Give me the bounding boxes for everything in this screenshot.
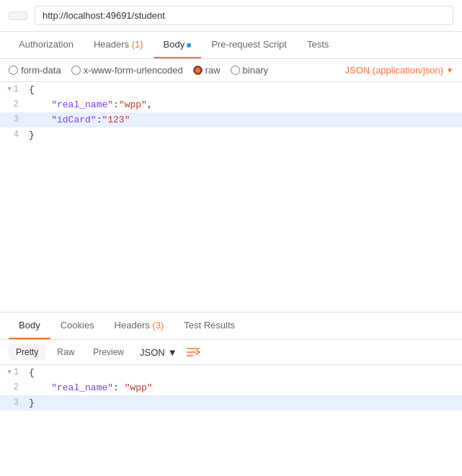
body-type-radio-form-data[interactable] — [9, 66, 18, 75]
body-type-form-data[interactable]: form-data — [9, 65, 61, 76]
json-format-selector[interactable]: JSON (application/json)▼ — [345, 65, 453, 76]
line-num-label-1: 1 — [14, 84, 19, 94]
response-line-1: ▼1{ — [0, 365, 462, 380]
response-editor[interactable]: ▼1{2 "real_name": "wpp"3} — [0, 365, 462, 410]
response-toggle-1[interactable]: ▼ — [7, 369, 11, 376]
response-json-key: "real_name" — [51, 382, 113, 393]
line-content-4[interactable]: } — [26, 128, 462, 142]
indent — [29, 114, 51, 125]
response-line-3: 3} — [0, 395, 462, 410]
body-type-label-raw: raw — [205, 65, 221, 76]
response-content-2[interactable]: "real_name": "wpp" — [26, 381, 462, 395]
json-format-chevron: ▼ — [446, 66, 453, 74]
pretty-button[interactable]: Pretty — [9, 344, 45, 360]
response-tab-headers[interactable]: Headers (3) — [105, 313, 174, 339]
request-tab-body[interactable]: Body — [154, 32, 202, 58]
response-tab-cookies[interactable]: Cookies — [50, 313, 105, 339]
body-type-radio-binary[interactable] — [231, 66, 240, 75]
raw-button[interactable]: Raw — [50, 344, 81, 360]
body-type-label-binary: binary — [243, 65, 268, 76]
wrap-svg — [186, 346, 200, 358]
request-tab-tests[interactable]: Tests — [297, 32, 339, 58]
request-tabs: AuthorizationHeaders (1)BodyPre-request … — [0, 32, 462, 59]
body-type-label-form-data: form-data — [21, 65, 61, 76]
body-type-bar: form-datax-www-form-urlencodedrawbinaryJ… — [0, 59, 462, 82]
response-tab-badge: (3) — [150, 320, 164, 331]
editor-line-4: 4} — [0, 127, 462, 143]
response-tab-test-results[interactable]: Test Results — [174, 313, 245, 339]
response-format-chevron: ▼ — [168, 347, 177, 358]
tab-dot — [187, 43, 191, 48]
response-json-value: "wpp" — [125, 382, 153, 393]
tab-badge: (1) — [129, 39, 143, 50]
body-type-raw[interactable]: raw — [193, 65, 221, 76]
json-comma: , — [147, 99, 153, 110]
line-toggle-1[interactable]: ▼ — [7, 86, 11, 93]
json-value: "123" — [102, 114, 130, 125]
response-tab-body[interactable]: Body — [9, 313, 50, 339]
top-bar — [0, 0, 462, 32]
line-num-label-4: 4 — [14, 130, 19, 140]
json-brace: { — [29, 84, 35, 95]
editor-line-3: 3 "idCard":"123" — [0, 112, 462, 127]
response-content-3[interactable]: } — [26, 396, 462, 410]
editor-line-2: 2 "real_name":"wpp", — [0, 97, 462, 112]
response-section: BodyCookiesHeaders (3)Test Results Prett… — [0, 313, 462, 410]
json-key: "real_name" — [51, 99, 113, 110]
response-num-label-2: 2 — [14, 382, 19, 392]
response-brace: { — [29, 367, 35, 378]
body-type-radio-raw[interactable] — [193, 66, 203, 75]
indent — [29, 99, 51, 110]
json-value: "wpp" — [119, 99, 147, 110]
response-format-label: JSON — [140, 347, 165, 358]
line-number-2: 2 — [0, 98, 26, 109]
body-type-binary[interactable]: binary — [231, 65, 268, 76]
line-number-3: 3 — [0, 113, 26, 125]
response-line-number-3: 3 — [0, 396, 26, 408]
response-content-1[interactable]: { — [26, 366, 462, 380]
response-line-2: 2 "real_name": "wpp" — [0, 380, 462, 395]
line-content-1[interactable]: { — [26, 83, 462, 96]
json-brace: } — [29, 130, 35, 140]
method-selector[interactable] — [9, 12, 27, 20]
line-num-label-3: 3 — [14, 114, 19, 125]
editor-line-1: ▼1{ — [0, 82, 462, 97]
response-colon: : — [113, 382, 125, 393]
response-num-label-1: 1 — [14, 367, 19, 377]
json-key: "idCard" — [51, 114, 96, 125]
line-content-2[interactable]: "real_name":"wpp", — [26, 98, 462, 112]
response-toolbar: Pretty Raw Preview JSON ▼ — [0, 340, 462, 365]
line-number-1: ▼1 — [0, 83, 26, 94]
response-format-selector[interactable]: JSON ▼ — [140, 347, 177, 358]
response-line-number-1: ▼1 — [0, 366, 26, 377]
response-tabs: BodyCookiesHeaders (3)Test Results — [0, 313, 462, 340]
preview-button[interactable]: Preview — [86, 344, 131, 360]
response-line-number-2: 2 — [0, 381, 26, 392]
response-num-label-3: 3 — [14, 398, 19, 408]
request-tab-headers[interactable]: Headers (1) — [84, 32, 154, 58]
line-number-4: 4 — [0, 128, 26, 140]
request-tab-authorization[interactable]: Authorization — [9, 32, 84, 58]
json-colon: : — [113, 99, 119, 110]
response-brace: } — [29, 398, 35, 408]
url-input[interactable] — [35, 6, 453, 25]
body-type-radio-urlencoded[interactable] — [71, 66, 81, 75]
body-type-urlencoded[interactable]: x-www-form-urlencoded — [71, 65, 183, 76]
line-content-3[interactable]: "idCard":"123" — [26, 113, 462, 127]
response-indent — [29, 382, 51, 393]
body-type-label-urlencoded: x-www-form-urlencoded — [84, 65, 183, 76]
request-editor[interactable]: ▼1{2 "real_name":"wpp",3 "idCard":"123"4… — [0, 82, 462, 313]
line-num-label-2: 2 — [14, 99, 19, 109]
json-format-label: JSON (application/json) — [345, 65, 444, 76]
wrap-icon[interactable] — [186, 346, 200, 358]
request-tab-pre-request[interactable]: Pre-request Script — [201, 32, 297, 58]
